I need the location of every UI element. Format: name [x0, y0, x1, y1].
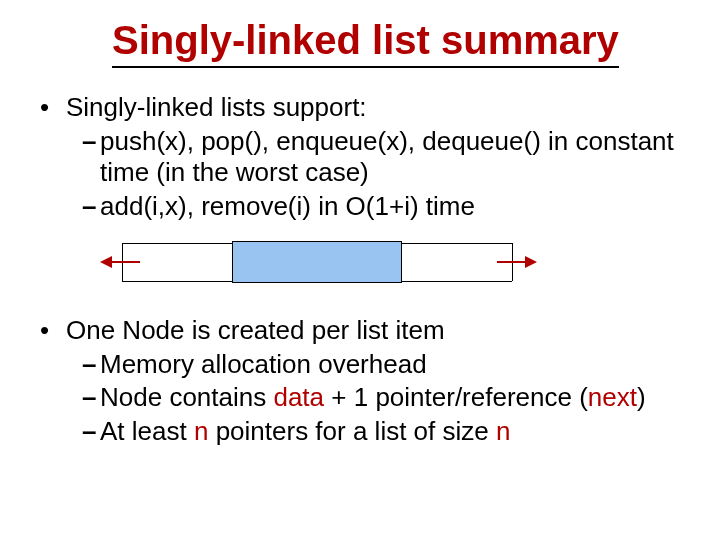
- diagram-line: [402, 243, 512, 244]
- text: At least: [100, 416, 194, 446]
- slide-body: Singly-linked lists support: push(x), po…: [40, 92, 680, 448]
- list-diagram: [102, 243, 532, 293]
- subbullet-n-pointers: At least n pointers for a list of size n: [40, 416, 680, 448]
- keyword-data: data: [273, 382, 324, 412]
- text: ): [637, 382, 646, 412]
- diagram-line: [402, 281, 512, 282]
- diagram-line: [122, 243, 232, 244]
- subbullet-node-contents: Node contains data + 1 pointer/reference…: [40, 382, 680, 414]
- arrow-right-icon: [525, 256, 537, 268]
- text: + 1 pointer/reference (: [324, 382, 588, 412]
- diagram-list-box: [232, 241, 402, 283]
- subbullet-mem-overhead: Memory allocation overhead: [40, 349, 680, 381]
- keyword-n: n: [194, 416, 208, 446]
- arrow-left-icon: [100, 256, 112, 268]
- subbullet-ops-linear: add(i,x), remove(i) in O(1+i) time: [40, 191, 680, 223]
- bullet-node: One Node is created per list item: [40, 315, 680, 347]
- text: pointers for a list of size: [208, 416, 496, 446]
- slide: Singly-linked list summary Singly-linked…: [0, 0, 720, 540]
- diagram-line: [122, 281, 232, 282]
- keyword-next: next: [588, 382, 637, 412]
- subbullet-ops-constant: push(x), pop(), enqueue(x), dequeue() in…: [40, 126, 680, 189]
- diagram-arrow: [497, 261, 527, 263]
- diagram-arrow: [110, 261, 140, 263]
- slide-title: Singly-linked list summary: [112, 18, 619, 68]
- bullet-support: Singly-linked lists support:: [40, 92, 680, 124]
- keyword-n: n: [496, 416, 510, 446]
- text: Node contains: [100, 382, 273, 412]
